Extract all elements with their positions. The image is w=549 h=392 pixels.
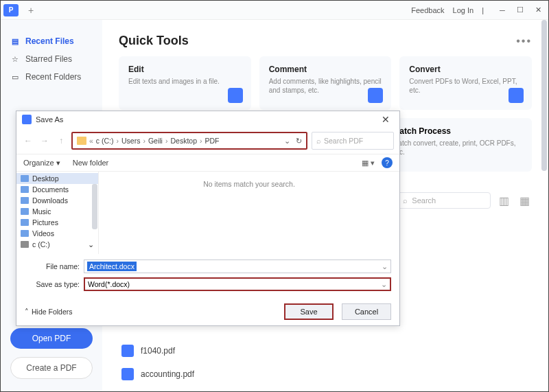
sidebar-item-recent-folders[interactable]: ▭ Recent Folders xyxy=(1,68,102,86)
file-list-area: No items match your search. xyxy=(99,172,399,254)
path-segment[interactable]: c (C:) xyxy=(96,137,114,145)
card-convert[interactable]: Convert Convert PDFs to Word, Excel, PPT… xyxy=(399,56,532,110)
close-window-button[interactable]: ✕ xyxy=(530,4,546,16)
folder-icon: ▭ xyxy=(10,72,20,82)
chevron-down-icon[interactable]: ⌄ xyxy=(284,137,290,145)
file-name: f1040.pdf xyxy=(141,346,175,356)
convert-icon xyxy=(509,88,524,103)
view-mode-button[interactable]: ▦ ▾ xyxy=(362,159,375,168)
search-icon: ⌕ xyxy=(403,196,408,205)
nav-up-button[interactable]: ↑ xyxy=(55,135,67,147)
path-segment[interactable]: Desktop xyxy=(170,137,197,145)
save-button[interactable]: Save xyxy=(284,303,334,320)
card-comment[interactable]: Comment Add comments, like highlights, p… xyxy=(259,56,392,110)
dialog-close-button[interactable]: ✕ xyxy=(377,114,394,125)
window-scrollbar[interactable] xyxy=(541,20,547,171)
nav-back-button[interactable]: ← xyxy=(22,135,34,147)
file-item[interactable]: accounting.pdf xyxy=(119,362,532,386)
login-link[interactable]: Log In xyxy=(453,6,474,14)
save-as-type-select[interactable]: Word(*.docx) ⌄ xyxy=(84,277,391,291)
path-segment[interactable]: Users xyxy=(121,137,140,145)
comment-icon xyxy=(368,88,383,103)
tree-item-documents[interactable]: Documents xyxy=(16,184,98,195)
save-as-type-label: Save as type: xyxy=(25,280,80,288)
minimize-button[interactable]: ─ xyxy=(495,4,510,16)
dialog-search-input[interactable]: ⌕ Search PDF xyxy=(312,132,394,150)
hide-folders-toggle[interactable]: ˄ Hide Folders xyxy=(25,308,73,316)
pdf-file-icon xyxy=(121,368,134,380)
tree-item-music[interactable]: Music xyxy=(16,206,98,217)
tree-item-downloads[interactable]: Downloads xyxy=(16,195,98,206)
search-placeholder: Search PDF xyxy=(324,137,363,145)
edit-icon xyxy=(228,88,243,103)
search-input[interactable]: ⌕ Search xyxy=(397,192,491,209)
search-icon: ⌕ xyxy=(316,137,321,145)
card-title: Convert xyxy=(409,65,522,74)
card-desc: Batch convert, create, print, OCR PDFs, … xyxy=(394,139,522,157)
dialog-title: Save As xyxy=(36,115,63,124)
help-button[interactable]: ? xyxy=(382,157,393,168)
file-item[interactable]: invoice.pdf xyxy=(119,386,532,392)
new-folder-button[interactable]: New folder xyxy=(73,159,109,167)
tree-item-desktop[interactable]: Desktop xyxy=(16,173,98,184)
sidebar-item-recent-files[interactable]: ▤ Recent Files xyxy=(1,32,102,50)
cancel-button[interactable]: Cancel xyxy=(342,303,391,320)
sidebar-item-label: Starred Files xyxy=(25,54,72,64)
card-desc: Add comments, like highlights, pencil an… xyxy=(269,77,382,95)
app-logo-tab[interactable]: P xyxy=(3,4,19,16)
filename-label: File name: xyxy=(25,262,80,270)
pdf-file-icon xyxy=(121,345,134,357)
create-pdf-button[interactable]: Create a PDF xyxy=(10,357,93,379)
star-icon: ☆ xyxy=(10,54,20,64)
tree-scrollbar[interactable] xyxy=(92,184,97,229)
tree-item-videos[interactable]: Videos xyxy=(16,228,98,239)
filename-value: Architect.docx xyxy=(87,262,137,271)
breadcrumb-path[interactable]: « c (C:)› Users› Geili› Desktop› PDF ⌄ ↻ xyxy=(71,132,307,150)
sidebar-item-starred-files[interactable]: ☆ Starred Files xyxy=(1,50,102,68)
tree-item-pictures[interactable]: Pictures xyxy=(16,217,98,228)
tree-item-drive-c[interactable]: c (C:)⌄ xyxy=(16,239,98,250)
file-name: accounting.pdf xyxy=(141,369,194,379)
folder-tree: Desktop Documents Downloads Music Pictur… xyxy=(16,172,99,254)
nav-forward-button[interactable]: → xyxy=(38,135,51,147)
save-as-dialog: Save As ✕ ← → ↑ « c (C:)› Users› Geili› … xyxy=(16,111,400,326)
new-tab-button[interactable]: + xyxy=(28,5,34,16)
more-menu[interactable]: ••• xyxy=(516,35,532,47)
sidebar-item-label: Recent Files xyxy=(25,36,74,46)
filename-input[interactable]: Architect.docx ⌄ xyxy=(84,260,391,273)
feedback-link[interactable]: Feedback xyxy=(411,6,444,14)
card-desc: Convert PDFs to Word, Excel, PPT, etc. xyxy=(409,77,522,95)
quick-tools-heading: Quick Tools xyxy=(119,34,189,48)
chevron-up-icon: ˄ xyxy=(25,308,29,316)
maximize-button[interactable]: ☐ xyxy=(513,4,528,16)
divider: | xyxy=(482,6,484,14)
card-desc: Edit texts and images in a file. xyxy=(128,77,242,86)
path-segment[interactable]: Geili xyxy=(148,137,163,145)
card-title: Batch Process xyxy=(394,126,522,136)
folder-icon xyxy=(77,137,86,145)
search-placeholder: Search xyxy=(412,196,436,205)
view-grid-button[interactable]: ▦ xyxy=(517,193,532,208)
card-title: Edit xyxy=(128,65,242,74)
card-title: Comment xyxy=(269,65,382,74)
open-pdf-button[interactable]: Open PDF xyxy=(10,328,93,349)
window-titlebar: P + Feedback Log In | ─ ☐ ✕ xyxy=(1,1,548,20)
dialog-app-icon xyxy=(22,115,32,124)
path-segment[interactable]: PDF xyxy=(205,137,219,145)
refresh-button[interactable]: ↻ xyxy=(296,137,302,145)
card-edit[interactable]: Edit Edit texts and images in a file. xyxy=(119,56,251,110)
sidebar-item-label: Recent Folders xyxy=(25,72,81,82)
card-batch-process[interactable]: Batch Process Batch convert, create, pri… xyxy=(384,118,532,172)
file-item[interactable]: f1040.pdf xyxy=(119,339,532,362)
empty-message: No items match your search. xyxy=(203,180,295,188)
file-icon: ▤ xyxy=(10,36,20,46)
view-list-button[interactable]: ▥ xyxy=(496,193,511,208)
organize-menu[interactable]: Organize ▾ xyxy=(23,159,60,168)
save-as-type-value: Word(*.docx) xyxy=(88,280,130,288)
